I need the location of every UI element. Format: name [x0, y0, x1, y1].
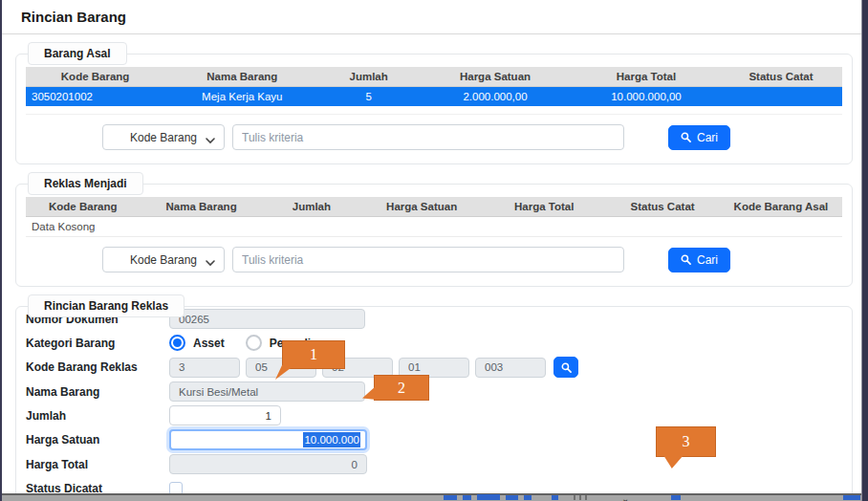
background-window-fragment: [585, 495, 587, 500]
rincian-reklas-legend: Rincian Barang Reklas: [28, 294, 184, 317]
background-window-fragment: [524, 495, 532, 500]
radio-asset[interactable]: [169, 335, 185, 351]
background-window-fragment: [579, 495, 581, 500]
cell-nama-barang: Meja Kerja Kayu: [164, 87, 319, 107]
nomor-dokumen-field: [169, 309, 365, 329]
cell-harga-total: 10.000.000,00: [573, 87, 720, 107]
background-window-fragment: [444, 495, 457, 500]
column-header[interactable]: Status Catat: [720, 67, 842, 87]
background-window-strip: ⌄: [2, 493, 868, 501]
column-header[interactable]: Status Catat: [605, 197, 720, 217]
callout-1: 1: [282, 340, 345, 369]
chevron-down-icon: ⌄: [621, 493, 629, 501]
radio-asset-label[interactable]: Asset: [193, 337, 225, 350]
jumlah-row: Jumlah: [26, 405, 842, 425]
harga-satuan-label: Harga Satuan: [26, 433, 169, 447]
column-header[interactable]: Nama Barang: [141, 197, 263, 217]
column-header[interactable]: Nama Barang: [164, 67, 319, 87]
search-filter-select[interactable]: Kode Barang: [102, 124, 225, 150]
search-criteria-input[interactable]: [232, 247, 624, 272]
radio-persediaan[interactable]: [246, 335, 262, 351]
nama-barang-field: [169, 381, 365, 402]
kode-segment-5: [475, 358, 546, 378]
background-window-fragment: [671, 495, 681, 500]
cari-button-label: Cari: [697, 131, 718, 144]
cell-harga-satuan: 2.000.000,00: [418, 87, 573, 107]
reklas-header-row: Kode Barang Nama Barang Jumlah Harga Sat…: [26, 197, 842, 217]
harga-total-label: Harga Total: [26, 458, 169, 471]
column-header[interactable]: Jumlah: [319, 67, 417, 87]
reklas-menjadi-legend: Reklas Menjadi: [28, 172, 143, 195]
barang-asal-header-row: Kode Barang Nama Barang Jumlah Harga Sat…: [26, 67, 842, 87]
kategori-barang-row: Kategori Barang Asset Persediaan: [26, 333, 842, 353]
search-icon: [681, 132, 691, 142]
cell-kode-barang: 3050201002: [26, 87, 164, 107]
column-header[interactable]: Harga Satuan: [418, 67, 573, 87]
column-header[interactable]: Kode Barang: [26, 197, 141, 217]
cell-jumlah: 5: [319, 87, 417, 107]
kode-barang-reklas-label: Kode Barang Reklas: [26, 360, 169, 374]
background-window-fragment: [506, 495, 518, 500]
cari-button[interactable]: Cari: [668, 248, 730, 272]
cari-button-label: Cari: [697, 253, 718, 267]
page-title: Rincian Barang: [21, 9, 126, 25]
callout-2: 2: [374, 375, 429, 401]
kode-lookup-button[interactable]: [553, 357, 578, 378]
search-filter-value: Kode Barang: [130, 131, 197, 144]
search-icon: [561, 362, 572, 373]
column-header[interactable]: Kode Barang Asal: [720, 197, 842, 217]
nama-barang-label: Nama Barang: [26, 385, 169, 399]
barang-asal-search-row: Kode Barang Cari: [102, 124, 842, 150]
kode-segment-1: [169, 358, 240, 378]
search-icon: [681, 254, 691, 265]
cari-button[interactable]: Cari: [668, 125, 730, 150]
background-window-fragment: [552, 495, 558, 500]
reklas-search-row: Kode Barang Cari: [102, 247, 842, 272]
cell-status-catat: [720, 87, 842, 107]
window-edge-right: [861, 0, 868, 501]
callout-3: 3: [656, 426, 716, 457]
harga-total-field: [169, 454, 367, 474]
empty-data-text: Data Kosong: [26, 217, 842, 237]
harga-satuan-input[interactable]: 10.000.000: [169, 429, 367, 450]
column-header[interactable]: Jumlah: [263, 197, 360, 217]
titlebar: Rincian Barang: [2, 0, 868, 34]
kode-barang-reklas-row: Kode Barang Reklas: [26, 357, 842, 378]
barang-asal-section: Barang Asal Kode Barang Nama Barang Juml…: [15, 54, 853, 164]
table-row-selected[interactable]: 3050201002 Meja Kerja Kayu 5 2.000.000,0…: [26, 87, 842, 107]
search-filter-value: Kode Barang: [130, 253, 197, 267]
empty-data-row: Data Kosong: [26, 217, 842, 237]
harga-total-row: Harga Total: [26, 454, 842, 474]
column-header[interactable]: Harga Total: [573, 67, 720, 87]
search-filter-select[interactable]: Kode Barang: [102, 247, 225, 272]
barang-asal-legend: Barang Asal: [28, 42, 127, 65]
nama-barang-row: Nama Barang: [26, 381, 842, 402]
barang-asal-table: Kode Barang Nama Barang Jumlah Harga Sat…: [26, 67, 842, 115]
chevron-down-icon: [206, 256, 215, 270]
reklas-menjadi-section: Reklas Menjadi Kode Barang Nama Barang J…: [15, 184, 853, 287]
chevron-down-icon: [206, 134, 215, 147]
harga-satuan-selected-text: 10.000.000: [303, 432, 360, 447]
search-criteria-input[interactable]: [232, 124, 624, 150]
column-header[interactable]: Harga Total: [483, 197, 605, 217]
jumlah-label: Jumlah: [26, 409, 169, 423]
background-window-fragment: [574, 495, 575, 500]
column-header[interactable]: Kode Barang: [26, 67, 164, 87]
kategori-barang-label: Kategori Barang: [26, 337, 169, 350]
background-window-fragment: [463, 495, 471, 500]
background-window-fragment: [843, 495, 860, 500]
reklas-menjadi-table: Kode Barang Nama Barang Jumlah Harga Sat…: [26, 197, 842, 237]
background-window-fragment: [477, 494, 500, 500]
rincian-barang-window: Rincian Barang Barang Asal Kode Barang N…: [0, 0, 868, 501]
column-header[interactable]: Harga Satuan: [360, 197, 483, 217]
rincian-barang-reklas-section: Rincian Barang Reklas Nomor Dokumen Kate…: [15, 306, 853, 501]
harga-satuan-row: Harga Satuan 10.000.000: [26, 429, 842, 450]
jumlah-input[interactable]: [169, 405, 281, 425]
